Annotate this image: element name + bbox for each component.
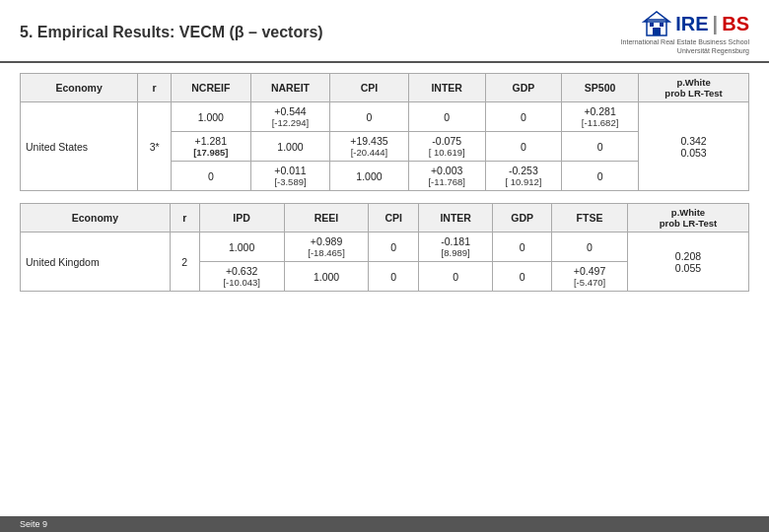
gdp-uk-r1: 0: [493, 233, 552, 262]
col-ncreif: NCREIF: [171, 74, 250, 102]
cpi-r2: +19.435[-20.444]: [330, 132, 408, 162]
cpi-r1: 0: [330, 102, 408, 132]
sp500-r3: 0: [562, 162, 639, 191]
svg-rect-2: [653, 28, 661, 35]
logo: IRE | BS International Real Estate Busin…: [621, 10, 749, 55]
logo-subtitle-line2: Universität Regensburg: [677, 47, 749, 54]
logo-ire-text: IRE: [675, 13, 708, 35]
col-r: r: [138, 74, 172, 102]
col-economy: Economy: [21, 74, 138, 102]
col-cpi: CPI: [330, 74, 408, 102]
table-row: United States 3* 1.000 +0.544[-12.294] 0…: [21, 102, 749, 132]
col-inter-uk: INTER: [418, 204, 492, 233]
col-reei: REEI: [284, 204, 369, 233]
page-footer: Seite 9: [0, 516, 769, 532]
gdp-r3: -0.253[ 10.912]: [485, 162, 561, 191]
col-inter: INTER: [408, 74, 485, 102]
col-nareit: NAREIT: [250, 74, 330, 102]
svg-rect-4: [660, 23, 664, 27]
gdp-uk-r2: 0: [493, 262, 552, 292]
logo-building-icon: [642, 10, 671, 37]
ncreif-r1: 1.000: [171, 102, 250, 132]
economy-uk: United Kingdom: [21, 233, 171, 292]
logo-bs-text: BS: [722, 13, 749, 35]
logo-sep-text: |: [713, 13, 719, 35]
col-pwhite: p.Whiteprob LR-Test: [639, 74, 749, 102]
col-gdp: GDP: [485, 74, 561, 102]
inter-uk-r2: 0: [418, 262, 492, 292]
ncreif-r3: 0: [171, 162, 250, 191]
inter-uk-r1: -0.181[8.989]: [418, 233, 492, 262]
logo-subtitle-line1: International Real Estate Business Schoo…: [621, 38, 749, 45]
sp500-r1: +0.281[-11.682]: [562, 102, 639, 132]
cpi-r3: 1.000: [330, 162, 408, 191]
col-cpi-uk: CPI: [369, 204, 419, 233]
ftse-r1: 0: [552, 233, 628, 262]
main-content: Economy r NCREIF NAREIT CPI INTER GDP SP…: [0, 63, 769, 308]
col-ipd: IPD: [199, 204, 284, 233]
gdp-r1: 0: [485, 102, 561, 132]
reei-r1: +0.989[-18.465]: [284, 233, 369, 262]
r-uk: 2: [170, 233, 199, 292]
col-pwhite-uk: p.Whiteprob LR-Test: [627, 204, 748, 233]
table-us: Economy r NCREIF NAREIT CPI INTER GDP SP…: [20, 73, 749, 191]
ncreif-r2: +1.281[17.985]: [171, 132, 250, 162]
economy-us: United States: [21, 102, 138, 191]
logo-subtitle: International Real Estate Business Schoo…: [621, 37, 749, 55]
gdp-r2: 0: [485, 132, 561, 162]
sp500-r2: 0: [562, 132, 639, 162]
inter-r1: 0: [408, 102, 485, 132]
ipd-r1: 1.000: [199, 233, 284, 262]
page-header: 5. Empirical Results: VECM (β – vectors)…: [0, 0, 769, 63]
table-uk: Economy r IPD REEI CPI INTER GDP FTSE p.…: [20, 203, 749, 292]
reei-r2: 1.000: [284, 262, 369, 292]
inter-r2: -0.075[ 10.619]: [408, 132, 485, 162]
col-sp500: SP500: [562, 74, 639, 102]
pwhite-us: 0.3420.053: [639, 102, 749, 191]
cpi-uk-r1: 0: [369, 233, 419, 262]
logo-main: IRE | BS: [642, 10, 749, 37]
r-us: 3*: [138, 102, 172, 191]
page-title: 5. Empirical Results: VECM (β – vectors): [20, 24, 323, 41]
nareit-r3: +0.011[-3.589]: [250, 162, 330, 191]
pwhite-uk: 0.2080.055: [627, 233, 748, 292]
nareit-r2: 1.000: [250, 132, 330, 162]
col-r-uk: r: [170, 204, 199, 233]
svg-rect-3: [650, 23, 654, 27]
inter-r3: +0.003[-11.768]: [408, 162, 485, 191]
table-row: United Kingdom 2 1.000 +0.989[-18.465] 0…: [21, 233, 749, 262]
nareit-r1: +0.544[-12.294]: [250, 102, 330, 132]
ipd-r2: +0.632[-10.043]: [199, 262, 284, 292]
cpi-uk-r2: 0: [369, 262, 419, 292]
col-ftse: FTSE: [552, 204, 628, 233]
ftse-r2: +0.497[-5.470]: [552, 262, 628, 292]
col-gdp-uk: GDP: [493, 204, 552, 233]
col-economy-uk: Economy: [21, 204, 171, 233]
footer-page-label: Seite 9: [20, 519, 47, 529]
